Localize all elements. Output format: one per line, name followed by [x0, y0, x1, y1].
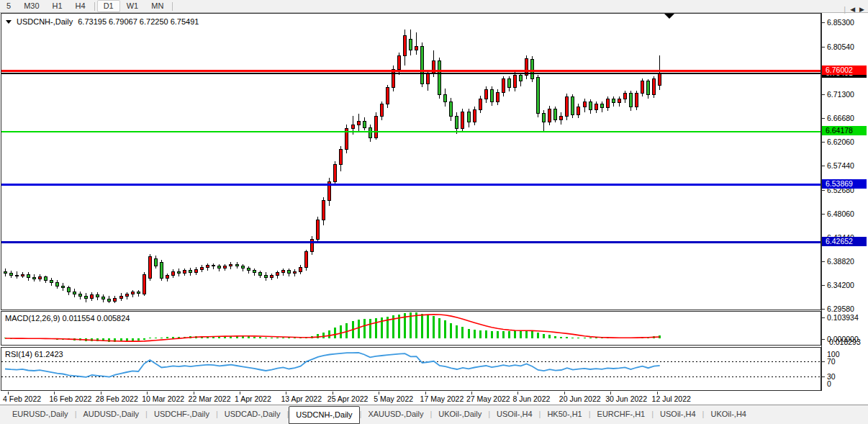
date-tick-label: 20 Jun 2022 — [559, 394, 601, 403]
price-tickmark — [822, 261, 825, 262]
timeframe-button-m30[interactable]: M30 — [17, 0, 45, 12]
tab-usoil-h4[interactable]: USOil-,H4 — [654, 405, 702, 424]
price-tick-label: 6.48060 — [827, 209, 854, 218]
price-tick-label: 6.80540 — [827, 42, 854, 51]
macd-tickmark — [822, 339, 825, 340]
date-tick-label: 27 May 2022 — [466, 394, 510, 403]
price-tick-label: 6.71300 — [827, 90, 854, 99]
tab-separator: | — [844, 0, 846, 19]
macd-axis-max: 0.103934 — [827, 313, 859, 322]
tab-eurchf-h1[interactable]: EURCHF-,H1 — [591, 405, 652, 424]
toolbar-separator — [172, 2, 173, 11]
rsi-axis-label: 0 — [827, 379, 831, 388]
price-tick-label: 6.85300 — [827, 18, 854, 27]
date-tick-label: 16 Feb 2022 — [49, 394, 91, 403]
timeframe-button-d1[interactable]: D1 — [97, 0, 120, 12]
candlestick-chart[interactable] — [1, 14, 820, 310]
tab-usdchf-daily[interactable]: USDCHF-,Daily — [148, 405, 216, 424]
rsi-axis-label: 70 — [827, 357, 836, 366]
price-badge-6.64178: 6.64178 — [822, 126, 867, 135]
timeframe-toolbar: 5M30H1H4D1W1MN — [0, 0, 868, 13]
date-tick-label: 30 Jun 2022 — [605, 394, 647, 403]
date-tick-label: 1 Apr 2022 — [235, 394, 271, 403]
price-tickmark — [822, 190, 825, 191]
price-tick-label: 6.34200 — [827, 281, 854, 289]
price-tick-label: 6.66680 — [827, 114, 854, 122]
timeframe-button-5[interactable]: 5 — [0, 0, 17, 12]
macd-label: MACD(12,26,9) 0.011554 0.005824 — [5, 314, 130, 322]
price-badge-6.76002: 6.76002 — [822, 66, 867, 75]
price-tickmark — [822, 22, 825, 23]
rsi-panel[interactable]: RSI(14) 61.2423 — [1, 347, 821, 391]
tab-ukoil-daily[interactable]: UKOil-,Daily — [432, 405, 488, 424]
timeframe-button-mn[interactable]: MN — [145, 0, 170, 12]
price-tickmark — [822, 214, 825, 215]
price-tickmark — [822, 309, 825, 310]
symbol-tabbar: EURUSD-,Daily|AUDUSD-,Daily|USDCHF-,Dail… — [0, 405, 868, 424]
price-tickmark — [822, 285, 825, 286]
price-tick-label: 6.57440 — [827, 161, 854, 170]
tab-xauusd-daily[interactable]: XAUUSD-,Daily — [361, 405, 430, 424]
date-tick-label: 5 May 2022 — [374, 394, 413, 403]
price-badge-6.42652: 6.42652 — [822, 237, 867, 246]
timeframe-button-h1[interactable]: H1 — [46, 0, 69, 12]
scroll-right-icon[interactable]: ▶ — [859, 0, 864, 19]
price-tickmark — [822, 94, 825, 95]
price-tick-label: 6.62060 — [827, 137, 854, 146]
price-tickmark — [822, 118, 825, 119]
rsi-label: RSI(14) 61.2423 — [5, 350, 63, 358]
scroll-left-icon[interactable]: ◀ — [850, 0, 855, 19]
date-tick-label: 4 Feb 2022 — [3, 394, 41, 403]
macd-tickmark — [822, 317, 825, 318]
date-tick-label: 28 Feb 2022 — [96, 394, 138, 403]
tabbar-scroll-arrows: |◀▶ — [844, 0, 864, 19]
macd-axis-min: 0.018293 — [829, 338, 861, 346]
timeframe-button-h4[interactable]: H4 — [69, 0, 92, 12]
tab-usdcnh-daily[interactable]: USDCNH-,Daily — [289, 406, 359, 424]
date-tick-label: 8 Jun 2022 — [512, 394, 550, 403]
chart-title-dropdown-icon[interactable] — [6, 20, 12, 24]
date-tick-label: 22 Mar 2022 — [189, 394, 231, 403]
rsi-tickmark — [822, 361, 825, 362]
tab-ukoil-h4[interactable]: UKOil-,H4 — [704, 405, 753, 424]
tab-usdcad-daily[interactable]: USDCAD-,Daily — [218, 405, 287, 424]
timeframe-button-w1[interactable]: W1 — [120, 0, 145, 12]
tab-usoil-h4[interactable]: USOil-,H4 — [490, 405, 539, 424]
date-tick-label: 12 Jul 2022 — [652, 394, 691, 403]
macd-panel[interactable]: MACD(12,26,9) 0.011554 0.005824 — [1, 311, 821, 346]
price-tickmark — [822, 47, 825, 48]
tab-hk50-h1[interactable]: HK50-,H1 — [541, 405, 588, 424]
date-tick-label: 17 May 2022 — [420, 394, 464, 403]
price-tick-label: 6.38820 — [827, 257, 854, 266]
date-axis: 4 Feb 202216 Feb 202228 Feb 202210 Mar 2… — [1, 392, 821, 405]
price-axis: 6.853006.805406.713006.666806.620606.574… — [821, 13, 868, 391]
date-tick-label: 13 Apr 2022 — [281, 394, 322, 403]
tab-audusd-daily[interactable]: AUDUSD-,Daily — [76, 405, 145, 424]
mt4-chart-window: 5M30H1H4D1W1MN USDCNH-,Daily 6.73195 6.7… — [0, 0, 868, 424]
chart-shift-marker-icon[interactable] — [664, 14, 674, 19]
rsi-indicator-chart — [1, 348, 820, 390]
chart-ohlc-quotes: 6.73195 6.79067 6.72250 6.75491 — [78, 17, 199, 26]
toolbar-separator — [94, 2, 95, 11]
price-tick-label: 6.29580 — [827, 305, 854, 313]
price-badge-6.53869: 6.53869 — [822, 179, 867, 189]
date-tick-label: 10 Mar 2022 — [142, 394, 184, 403]
tab-eurusd-daily[interactable]: EURUSD-,Daily — [6, 405, 75, 424]
rsi-tickmark — [822, 376, 825, 377]
chart-title: USDCNH-,Daily 6.73195 6.79067 6.72250 6.… — [6, 17, 199, 26]
date-tick-label: 25 Apr 2022 — [327, 394, 369, 403]
price-tickmark — [822, 142, 825, 143]
price-tickmark — [822, 166, 825, 166]
main-chart-panel[interactable]: USDCNH-,Daily 6.73195 6.79067 6.72250 6.… — [1, 13, 821, 310]
chart-symbol-period: USDCNH-,Daily — [17, 17, 73, 26]
